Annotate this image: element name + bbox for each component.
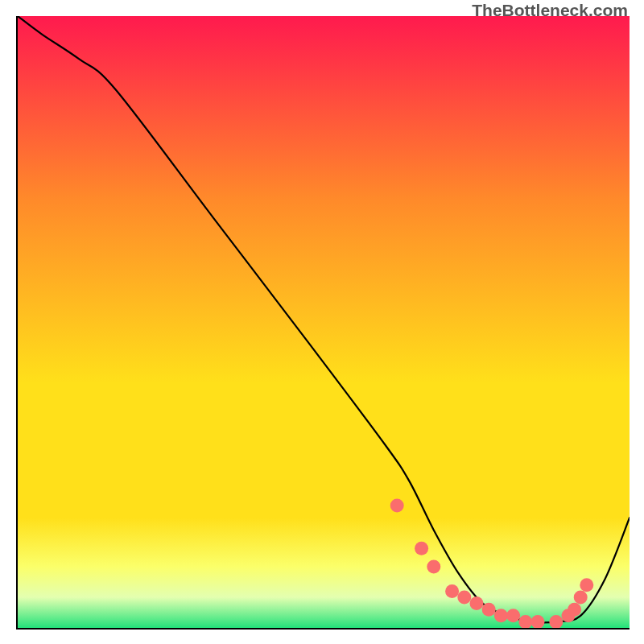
data-dot: [580, 578, 593, 592]
data-dot: [427, 560, 440, 574]
data-dot: [390, 499, 404, 513]
data-dot: [531, 615, 545, 628]
chart-container: TheBottleneck.com: [0, 0, 644, 644]
data-dot: [445, 584, 459, 598]
watermark-text: TheBottleneck.com: [472, 1, 628, 20]
data-dot: [482, 603, 496, 617]
data-dot: [568, 603, 581, 617]
data-dot: [549, 615, 563, 628]
chart-curve-layer: [18, 16, 630, 628]
curve-line: [18, 16, 630, 622]
data-dot: [457, 591, 471, 605]
data-dot: [415, 542, 428, 555]
plot-area: [16, 16, 630, 630]
data-dot: [506, 609, 520, 622]
data-dot: [494, 609, 508, 622]
data-dot: [518, 615, 532, 628]
data-dots: [390, 499, 594, 629]
data-dot: [470, 597, 484, 610]
data-dot: [574, 591, 588, 605]
